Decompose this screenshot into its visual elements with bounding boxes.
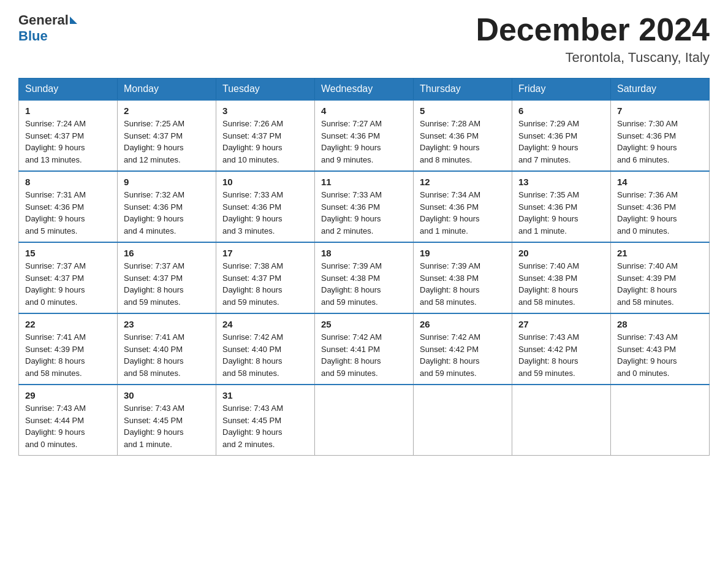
calendar-cell: 4Sunrise: 7:27 AMSunset: 4:36 PMDaylight… [315, 100, 414, 171]
day-info: Sunrise: 7:30 AMSunset: 4:36 PMDaylight:… [617, 118, 703, 166]
day-info: Sunrise: 7:39 AMSunset: 4:38 PMDaylight:… [420, 260, 506, 308]
calendar-cell: 15Sunrise: 7:37 AMSunset: 4:37 PMDayligh… [19, 242, 118, 313]
day-number: 14 [617, 177, 703, 187]
weekday-header-row: SundayMondayTuesdayWednesdayThursdayFrid… [19, 79, 710, 101]
calendar-cell: 23Sunrise: 7:41 AMSunset: 4:40 PMDayligh… [118, 313, 216, 385]
day-number: 23 [124, 319, 210, 329]
calendar-cell: 17Sunrise: 7:38 AMSunset: 4:37 PMDayligh… [216, 242, 315, 313]
month-title: December 2024 [476, 12, 710, 47]
day-info: Sunrise: 7:43 AMSunset: 4:43 PMDaylight:… [617, 331, 703, 379]
calendar-cell: 25Sunrise: 7:42 AMSunset: 4:41 PMDayligh… [315, 313, 414, 385]
day-number: 25 [321, 319, 407, 329]
day-number: 12 [420, 177, 506, 187]
day-number: 13 [518, 177, 604, 187]
calendar-cell: 5Sunrise: 7:28 AMSunset: 4:36 PMDaylight… [414, 100, 512, 171]
day-info: Sunrise: 7:28 AMSunset: 4:36 PMDaylight:… [420, 118, 506, 166]
logo-triangle-icon [70, 17, 77, 24]
weekday-header-friday: Friday [512, 79, 611, 101]
day-number: 2 [124, 105, 210, 116]
day-number: 4 [321, 105, 407, 116]
day-number: 16 [124, 248, 210, 258]
day-info: Sunrise: 7:40 AMSunset: 4:38 PMDaylight:… [518, 260, 604, 308]
day-number: 27 [518, 319, 604, 329]
day-number: 31 [222, 390, 308, 400]
day-info: Sunrise: 7:43 AMSunset: 4:45 PMDaylight:… [124, 402, 210, 450]
day-number: 29 [25, 390, 111, 400]
day-number: 26 [420, 319, 506, 329]
day-number: 11 [321, 177, 407, 187]
calendar-cell: 26Sunrise: 7:42 AMSunset: 4:42 PMDayligh… [414, 313, 512, 385]
calendar-cell: 9Sunrise: 7:32 AMSunset: 4:36 PMDaylight… [118, 171, 216, 242]
day-number: 19 [420, 248, 506, 258]
calendar-cell: 19Sunrise: 7:39 AMSunset: 4:38 PMDayligh… [414, 242, 512, 313]
day-info: Sunrise: 7:42 AMSunset: 4:42 PMDaylight:… [420, 331, 506, 379]
calendar-cell: 1Sunrise: 7:24 AMSunset: 4:37 PMDaylight… [19, 100, 118, 171]
day-number: 17 [222, 248, 308, 258]
day-number: 20 [518, 248, 604, 258]
day-number: 8 [25, 177, 111, 187]
day-info: Sunrise: 7:37 AMSunset: 4:37 PMDaylight:… [124, 260, 210, 308]
logo-blue-text: Blue [18, 28, 48, 44]
day-info: Sunrise: 7:42 AMSunset: 4:40 PMDaylight:… [222, 331, 308, 379]
location-title: Terontola, Tuscany, Italy [476, 50, 710, 66]
weekday-header-sunday: Sunday [19, 79, 118, 101]
week-row-3: 15Sunrise: 7:37 AMSunset: 4:37 PMDayligh… [19, 242, 710, 313]
day-number: 28 [617, 319, 703, 329]
day-number: 5 [420, 105, 506, 116]
day-number: 18 [321, 248, 407, 258]
week-row-5: 29Sunrise: 7:43 AMSunset: 4:44 PMDayligh… [19, 385, 710, 456]
logo: General Blue [18, 12, 78, 44]
calendar-cell: 7Sunrise: 7:30 AMSunset: 4:36 PMDaylight… [611, 100, 710, 171]
day-number: 24 [222, 319, 308, 329]
day-info: Sunrise: 7:43 AMSunset: 4:42 PMDaylight:… [518, 331, 604, 379]
calendar-cell: 12Sunrise: 7:34 AMSunset: 4:36 PMDayligh… [414, 171, 512, 242]
day-info: Sunrise: 7:41 AMSunset: 4:39 PMDaylight:… [25, 331, 111, 379]
title-block: December 2024 Terontola, Tuscany, Italy [476, 12, 710, 66]
calendar-cell: 3Sunrise: 7:26 AMSunset: 4:37 PMDaylight… [216, 100, 315, 171]
calendar-cell: 11Sunrise: 7:33 AMSunset: 4:36 PMDayligh… [315, 171, 414, 242]
week-row-2: 8Sunrise: 7:31 AMSunset: 4:36 PMDaylight… [19, 171, 710, 242]
day-info: Sunrise: 7:27 AMSunset: 4:36 PMDaylight:… [321, 118, 407, 166]
calendar-cell: 30Sunrise: 7:43 AMSunset: 4:45 PMDayligh… [118, 385, 216, 456]
calendar-cell: 16Sunrise: 7:37 AMSunset: 4:37 PMDayligh… [118, 242, 216, 313]
day-number: 3 [222, 105, 308, 116]
weekday-header-monday: Monday [118, 79, 216, 101]
calendar-cell: 27Sunrise: 7:43 AMSunset: 4:42 PMDayligh… [512, 313, 611, 385]
calendar-cell: 13Sunrise: 7:35 AMSunset: 4:36 PMDayligh… [512, 171, 611, 242]
calendar-cell: 29Sunrise: 7:43 AMSunset: 4:44 PMDayligh… [19, 385, 118, 456]
week-row-1: 1Sunrise: 7:24 AMSunset: 4:37 PMDaylight… [19, 100, 710, 171]
day-number: 21 [617, 248, 703, 258]
calendar-cell: 14Sunrise: 7:36 AMSunset: 4:36 PMDayligh… [611, 171, 710, 242]
day-info: Sunrise: 7:43 AMSunset: 4:44 PMDaylight:… [25, 402, 111, 450]
calendar-cell: 20Sunrise: 7:40 AMSunset: 4:38 PMDayligh… [512, 242, 611, 313]
calendar-cell: 8Sunrise: 7:31 AMSunset: 4:36 PMDaylight… [19, 171, 118, 242]
calendar-cell: 10Sunrise: 7:33 AMSunset: 4:36 PMDayligh… [216, 171, 315, 242]
calendar-cell: 31Sunrise: 7:43 AMSunset: 4:45 PMDayligh… [216, 385, 315, 456]
calendar-table: SundayMondayTuesdayWednesdayThursdayFrid… [18, 78, 710, 456]
day-info: Sunrise: 7:34 AMSunset: 4:36 PMDaylight:… [420, 189, 506, 237]
page-header: General Blue December 2024 Terontola, Tu… [18, 12, 710, 66]
day-info: Sunrise: 7:40 AMSunset: 4:39 PMDaylight:… [617, 260, 703, 308]
day-info: Sunrise: 7:39 AMSunset: 4:38 PMDaylight:… [321, 260, 407, 308]
day-info: Sunrise: 7:38 AMSunset: 4:37 PMDaylight:… [222, 260, 308, 308]
day-number: 22 [25, 319, 111, 329]
day-number: 15 [25, 248, 111, 258]
day-info: Sunrise: 7:36 AMSunset: 4:36 PMDaylight:… [617, 189, 703, 237]
day-number: 1 [25, 105, 111, 116]
day-info: Sunrise: 7:37 AMSunset: 4:37 PMDaylight:… [25, 260, 111, 308]
calendar-cell [414, 385, 512, 456]
calendar-cell [512, 385, 611, 456]
day-number: 9 [124, 177, 210, 187]
calendar-cell: 2Sunrise: 7:25 AMSunset: 4:37 PMDaylight… [118, 100, 216, 171]
day-info: Sunrise: 7:26 AMSunset: 4:37 PMDaylight:… [222, 118, 308, 166]
day-number: 6 [518, 105, 604, 116]
day-info: Sunrise: 7:25 AMSunset: 4:37 PMDaylight:… [124, 118, 210, 166]
weekday-header-saturday: Saturday [611, 79, 710, 101]
calendar-cell [611, 385, 710, 456]
calendar-cell: 22Sunrise: 7:41 AMSunset: 4:39 PMDayligh… [19, 313, 118, 385]
calendar-cell [315, 385, 414, 456]
weekday-header-thursday: Thursday [414, 79, 512, 101]
week-row-4: 22Sunrise: 7:41 AMSunset: 4:39 PMDayligh… [19, 313, 710, 385]
calendar-cell: 18Sunrise: 7:39 AMSunset: 4:38 PMDayligh… [315, 242, 414, 313]
calendar-cell: 24Sunrise: 7:42 AMSunset: 4:40 PMDayligh… [216, 313, 315, 385]
